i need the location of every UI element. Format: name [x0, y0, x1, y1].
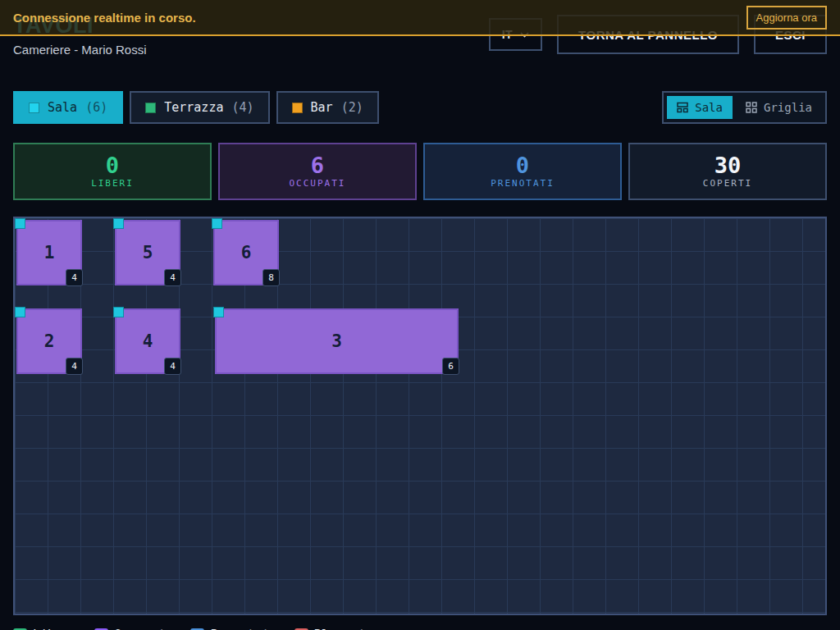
view-toggle-floor-button[interactable]: Sala — [667, 96, 733, 119]
table-1[interactable]: 1 4 — [16, 220, 82, 285]
stat-value: 30 — [714, 154, 742, 176]
banner-message: Connessione realtime in corso. — [13, 11, 196, 25]
zone-tab-terrazza[interactable]: Terrazza (4) — [130, 91, 269, 124]
zone-tab-sala[interactable]: Sala (6) — [13, 91, 123, 124]
zone-color-square-icon — [29, 103, 39, 113]
zone-tab-label: Bar — [311, 100, 333, 115]
table-capacity-badge: 4 — [66, 358, 83, 375]
zone-tab-label: Sala — [48, 100, 77, 115]
table-number: 5 — [143, 243, 153, 262]
zone-tabs: Sala (6) Terrazza (4) Bar (2) — [13, 91, 379, 124]
zone-tab-count: (6) — [85, 100, 107, 115]
stat-label: COPERTI — [703, 178, 752, 189]
stat-label: PRENOTATI — [491, 178, 555, 189]
view-toggle: Sala Griglia — [662, 91, 827, 124]
stat-value: 6 — [311, 154, 324, 176]
table-capacity-badge: 4 — [164, 269, 181, 286]
stat-label: LIBERI — [91, 178, 134, 189]
stat-card-liberi: 0 LIBERI — [13, 143, 212, 200]
zone-tab-count: (4) — [231, 100, 253, 115]
zone-color-square-icon — [145, 103, 156, 113]
table-number: 3 — [331, 331, 342, 351]
table-capacity-badge: 4 — [164, 358, 181, 375]
refresh-now-button[interactable]: Aggiorna ora — [746, 6, 827, 30]
stat-value: 0 — [106, 154, 119, 176]
table-number: 1 — [44, 243, 55, 262]
floor-plan: 1 4 5 4 6 8 2 4 4 4 3 6 — [13, 217, 827, 615]
table-drag-handle[interactable] — [212, 218, 222, 229]
floor-plan-icon — [677, 102, 688, 113]
grid-icon — [746, 102, 757, 113]
table-number: 4 — [143, 331, 153, 351]
toolbar: Sala (6) Terrazza (4) Bar (2) Sala — [0, 91, 840, 124]
table-3[interactable]: 3 6 — [215, 308, 459, 374]
stats-row: 0 LIBERI 6 OCCUPATI 0 PRENOTATI 30 COPER… — [0, 143, 840, 200]
table-4[interactable]: 4 4 — [115, 308, 180, 374]
table-number: 2 — [44, 331, 55, 351]
stat-card-occupati: 6 OCCUPATI — [218, 143, 417, 200]
stat-value: 0 — [516, 154, 529, 176]
table-drag-handle[interactable] — [113, 218, 124, 229]
view-toggle-grid-button[interactable]: Griglia — [736, 96, 822, 119]
zone-tab-label: Terrazza — [164, 100, 223, 115]
table-number: 6 — [241, 243, 252, 262]
table-2[interactable]: 2 4 — [16, 308, 82, 374]
table-capacity-badge: 8 — [262, 269, 280, 286]
zone-tab-count: (2) — [341, 100, 363, 115]
table-drag-handle[interactable] — [15, 307, 25, 317]
stat-card-prenotati: 0 PRENOTATI — [423, 143, 622, 200]
zone-tab-bar[interactable]: Bar (2) — [276, 91, 379, 124]
table-drag-handle[interactable] — [15, 218, 25, 229]
table-capacity-badge: 6 — [442, 358, 459, 375]
realtime-banner: Connessione realtime in corso. Aggiorna … — [0, 0, 840, 36]
table-drag-handle[interactable] — [113, 307, 124, 317]
table-drag-handle[interactable] — [213, 307, 224, 317]
stat-card-coperti: 30 COPERTI — [628, 143, 827, 200]
zone-color-square-icon — [292, 103, 303, 113]
table-6[interactable]: 6 8 — [213, 220, 279, 285]
table-5[interactable]: 5 4 — [115, 220, 180, 285]
table-capacity-badge: 4 — [66, 269, 83, 286]
stat-label: OCCUPATI — [290, 178, 346, 189]
